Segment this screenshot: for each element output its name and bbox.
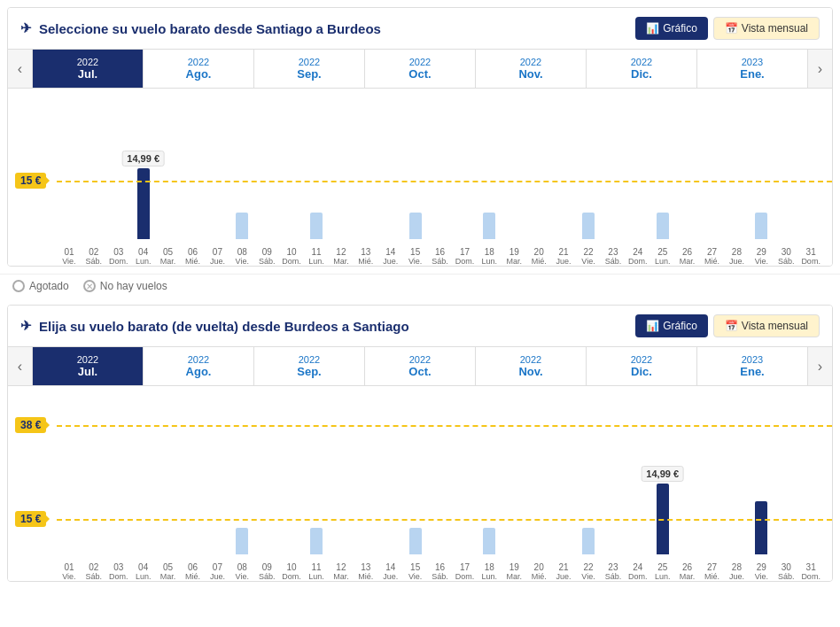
bar-18[interactable] [483, 213, 495, 239]
day-label-03: 03Dom. [106, 562, 131, 581]
month-tab-sep[interactable]: 2022Sep. [254, 347, 365, 385]
bar-11[interactable] [310, 528, 323, 554]
month-tab-ago[interactable]: 2022Ago. [144, 50, 254, 88]
day-label-31: 31Dom. [798, 247, 823, 266]
return-title: ✈ Elija su vuelo barato (de vuelta) desd… [20, 318, 409, 334]
day-label-24: 24Dom. [626, 562, 650, 581]
month-tab-oct[interactable]: 2022Oct. [365, 50, 476, 88]
day-label-19: 19Mar. [502, 247, 526, 266]
bar-25[interactable] [657, 213, 669, 239]
day-label-15: 15Vie. [403, 247, 428, 266]
bar-group-day-18[interactable] [477, 528, 502, 554]
day-label-23: 23Sáb. [601, 247, 626, 266]
bar-highlight-04[interactable] [137, 168, 150, 239]
return-grafico-btn[interactable]: 📊 Gráfico [635, 314, 708, 337]
day-label-17: 17Dom. [453, 247, 478, 266]
section-return: ✈ Elija su vuelo barato (de vuelta) desd… [7, 305, 833, 582]
legend-no-hay: ✕ No hay vuelos [83, 280, 167, 292]
day-label-02: 02Sáb. [82, 562, 106, 581]
day-label-08: 08Vie. [229, 247, 254, 266]
month-tab-nov[interactable]: 2022Nov. [476, 347, 587, 385]
day-label-22: 22Vie. [576, 247, 601, 266]
bar-highlight-29[interactable] [755, 501, 767, 554]
bar-08[interactable] [236, 213, 248, 239]
bar-group-day-04[interactable]: 14,99 € [131, 168, 156, 239]
section-outbound: ✈ Seleccione su vuelo barato desde Santi… [7, 7, 833, 267]
month-tab-nov[interactable]: 2022Nov. [476, 50, 587, 88]
month-tab-ene[interactable]: 2023Ene. [697, 347, 807, 385]
day-label-23: 23Sáb. [601, 562, 626, 581]
plane-return-icon: ✈ [20, 318, 32, 334]
bar-group-day-15[interactable] [403, 213, 428, 239]
day-label-05: 05Mar. [156, 247, 181, 266]
day-label-01: 01Vie. [57, 247, 82, 266]
return-prev-arrow[interactable]: ‹ [8, 347, 33, 385]
day-label-11: 11Lun. [304, 562, 329, 581]
bar-group-day-18[interactable] [477, 213, 502, 239]
bar-group-day-08[interactable] [229, 528, 254, 554]
day-label-12: 12Mar. [329, 247, 354, 266]
day-label-16: 16Sáb. [428, 562, 453, 581]
day-label-11: 11Lun. [304, 247, 329, 266]
outbound-chart: 15 €14,99 €01Vie.02Sáb.03Dom.04Lun.05Mar… [8, 89, 832, 266]
outbound-next-arrow[interactable]: › [807, 50, 832, 88]
bar-chart-icon: 📊 [646, 22, 659, 35]
price-label-bottom: 15 € [15, 511, 46, 527]
outbound-grafico-btn[interactable]: 📊 Gráfico [635, 17, 708, 40]
bar-group-day-29[interactable] [749, 501, 774, 554]
month-tab-ago[interactable]: 2022Ago. [144, 347, 254, 385]
bar-group-day-29[interactable] [749, 213, 774, 239]
bar-29[interactable] [755, 213, 767, 239]
month-tab-sep[interactable]: 2022Sep. [254, 50, 365, 88]
price-label: 15 € [15, 173, 46, 189]
month-tab-ene[interactable]: 2023Ene. [697, 50, 807, 88]
day-label-27: 27Mié. [700, 562, 725, 581]
month-tab-oct[interactable]: 2022Oct. [365, 347, 476, 385]
bar-group-day-15[interactable] [403, 528, 428, 554]
month-tab-dic[interactable]: 2022Dic. [587, 347, 697, 385]
day-label-20: 20Mié. [526, 562, 551, 581]
bar-group-day-08[interactable] [229, 213, 254, 239]
month-tab-jul[interactable]: 2022Jul. [33, 347, 144, 385]
bar-group-day-25[interactable] [650, 213, 675, 239]
outbound-prev-arrow[interactable]: ‹ [8, 50, 33, 88]
day-label-22: 22Vie. [576, 562, 601, 581]
bar-11[interactable] [310, 213, 323, 239]
return-month-nav: ‹ 2022Jul.2022Ago.2022Sep.2022Oct.2022No… [8, 347, 832, 386]
day-label-06: 06Mié. [181, 247, 206, 266]
day-label-15: 15Vie. [403, 562, 428, 581]
bar-18[interactable] [483, 528, 495, 554]
day-label-26: 26Mar. [675, 562, 700, 581]
outbound-mensual-btn[interactable]: 📅 Vista mensual [713, 17, 820, 40]
day-label-27: 27Mié. [700, 247, 725, 266]
bar-group-day-11[interactable] [304, 213, 329, 239]
return-next-arrow[interactable]: › [807, 347, 832, 385]
day-label-29: 29Vie. [749, 247, 774, 266]
day-label-16: 16Sáb. [428, 247, 453, 266]
return-mensual-btn[interactable]: 📅 Vista mensual [713, 314, 820, 337]
legend: Agotado ✕ No hay vuelos [0, 274, 840, 298]
outbound-month-tabs: 2022Jul.2022Ago.2022Sep.2022Oct.2022Nov.… [33, 50, 807, 88]
agotado-icon [12, 280, 25, 292]
bar-22[interactable] [582, 528, 595, 554]
price-tooltip-04: 14,99 € [121, 151, 165, 166]
bar-15[interactable] [409, 213, 422, 239]
day-label-25: 25Lun. [650, 562, 675, 581]
day-label-18: 18Lun. [477, 247, 502, 266]
day-label-14: 14Jue. [378, 247, 403, 266]
bar-group-day-22[interactable] [576, 213, 601, 239]
bar-group-day-11[interactable] [304, 528, 329, 554]
day-label-13: 13Mié. [354, 562, 378, 581]
bar-08[interactable] [236, 528, 248, 554]
month-tab-dic[interactable]: 2022Dic. [587, 50, 697, 88]
month-tab-jul[interactable]: 2022Jul. [33, 50, 144, 88]
day-label-09: 09Sáb. [254, 247, 279, 266]
bars-wrapper: 14,99 € [57, 168, 823, 239]
day-label-03: 03Dom. [106, 247, 131, 266]
bar-15[interactable] [409, 528, 422, 554]
calendar-icon: 📅 [725, 22, 738, 35]
bar-22[interactable] [582, 213, 595, 239]
day-label-28: 28Jue. [724, 247, 749, 266]
bar-group-day-22[interactable] [576, 528, 601, 554]
day-label-10: 10Dom. [279, 247, 304, 266]
